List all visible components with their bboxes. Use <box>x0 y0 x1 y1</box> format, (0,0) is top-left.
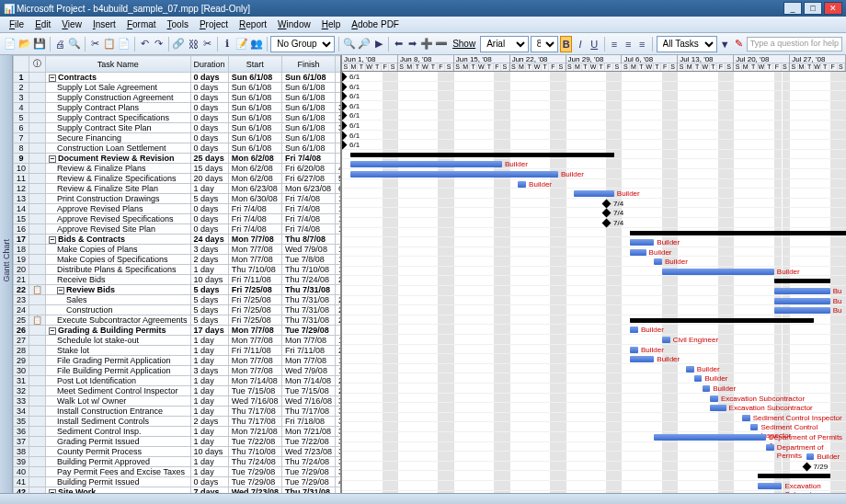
summary-bar[interactable] <box>630 231 846 235</box>
row-id[interactable]: 14 <box>14 204 29 214</box>
gantt-row[interactable]: 6/1 <box>342 101 846 111</box>
task-row[interactable]: 40Pay Permit Fees and Excise Taxes1 dayT… <box>14 467 343 477</box>
task-name-cell[interactable]: Building Permit Issued <box>46 477 191 487</box>
task-row[interactable]: 28Stake lot1 dayFri 7/11/08Fri 7/11/0827… <box>14 346 343 356</box>
zoom-out-icon[interactable]: 🔎 <box>358 36 371 52</box>
duration-cell[interactable]: 5 days <box>190 285 228 295</box>
task-bar[interactable] <box>758 483 782 489</box>
finish-cell[interactable]: Tue 7/15/08 <box>282 386 336 396</box>
menu-window[interactable]: Window <box>272 17 316 31</box>
milestone-icon[interactable] <box>342 73 347 82</box>
task-row[interactable]: 21Receive Bids10 daysFri 7/11/08Thu 7/24… <box>14 275 343 285</box>
col-pred[interactable]: Predecessors <box>335 56 342 73</box>
finish-cell[interactable]: Wed 7/16/08 <box>282 396 336 407</box>
start-cell[interactable]: Tue 7/29/08 <box>228 477 281 487</box>
task-row[interactable]: 30File Building Permit Application3 days… <box>14 366 343 376</box>
gantt-row[interactable] <box>342 150 846 160</box>
row-id[interactable]: 25 <box>14 315 29 326</box>
task-bar[interactable] <box>710 395 718 402</box>
duration-cell[interactable]: 24 days <box>190 235 228 245</box>
duration-cell[interactable]: 0 days <box>190 143 228 154</box>
task-name-cell[interactable]: County Permit Process <box>46 447 191 457</box>
finish-cell[interactable]: Thu 7/24/08 <box>282 457 336 467</box>
expander-icon[interactable]: − <box>49 74 56 82</box>
task-name-cell[interactable]: File Grading Permit Application <box>46 356 191 366</box>
autofilter-icon[interactable]: ▼ <box>719 36 731 52</box>
predecessors-cell[interactable]: 16 <box>335 356 342 366</box>
predecessors-cell[interactable]: 13 <box>335 336 342 346</box>
task-row[interactable]: 15Approve Revised Specifications0 daysFr… <box>14 214 343 224</box>
milestone-icon[interactable] <box>342 131 347 140</box>
predecessors-cell[interactable] <box>335 93 342 103</box>
gantt-row[interactable]: Builder <box>342 247 846 258</box>
close-button[interactable]: ✕ <box>824 2 842 15</box>
start-cell[interactable]: Fri 7/25/08 <box>228 305 281 315</box>
gantt-row[interactable]: Excavation Subcontractor <box>342 403 846 413</box>
task-row[interactable]: 19Make Copies of Specifications2 daysMon… <box>14 255 343 265</box>
start-cell[interactable]: Thu 7/10/08 <box>228 447 281 457</box>
task-name-cell[interactable]: Sediment Control Insp. <box>46 427 191 437</box>
row-id[interactable]: 29 <box>14 356 29 366</box>
expander-icon[interactable]: − <box>49 327 56 335</box>
gantt-row[interactable]: Bu <box>342 305 846 315</box>
row-id[interactable]: 35 <box>14 417 29 427</box>
start-cell[interactable]: Mon 6/2/08 <box>228 174 281 184</box>
gantt-row[interactable]: 6/1 <box>342 131 846 141</box>
duration-cell[interactable]: 0 days <box>190 73 228 83</box>
duration-cell[interactable]: 0 days <box>190 477 228 487</box>
duration-cell[interactable]: 5 days <box>190 295 228 305</box>
start-cell[interactable]: Fri 7/25/08 <box>228 315 281 326</box>
row-id[interactable]: 17 <box>14 235 29 245</box>
task-row[interactable]: 36Sediment Control Insp.1 dayMon 7/21/08… <box>14 427 343 437</box>
predecessors-cell[interactable] <box>335 235 342 245</box>
predecessors-cell[interactable]: 14,15,16 <box>335 366 342 376</box>
menu-view[interactable]: View <box>56 17 87 31</box>
gantt-row[interactable]: 6/1 <box>342 120 846 131</box>
row-id[interactable]: 24 <box>14 305 29 315</box>
menu-edit[interactable]: Edit <box>29 17 56 31</box>
maximize-button[interactable]: □ <box>804 2 822 15</box>
row-id[interactable]: 23 <box>14 295 29 305</box>
start-cell[interactable]: Mon 7/7/08 <box>228 356 281 366</box>
task-name-cell[interactable]: Review & Finalize Specifications <box>46 174 191 184</box>
duration-cell[interactable]: 0 days <box>190 93 228 103</box>
task-row[interactable]: 5Supply Contract Specifications0 daysSun… <box>14 113 343 123</box>
finish-cell[interactable]: Mon 7/7/08 <box>282 336 336 346</box>
predecessors-cell[interactable]: 38,37 <box>335 457 342 467</box>
predecessors-cell[interactable]: 21 <box>335 295 342 305</box>
col-start[interactable]: Start <box>228 56 281 73</box>
task-name-cell[interactable]: Supply Lot Sale Agreement <box>46 83 191 93</box>
start-cell[interactable]: Sun 6/1/08 <box>228 143 281 154</box>
menu-help[interactable]: Help <box>316 17 347 31</box>
start-cell[interactable]: Mon 7/7/08 <box>228 366 281 376</box>
row-id[interactable]: 27 <box>14 336 29 346</box>
gantt-row[interactable]: 6/1 <box>342 91 846 101</box>
task-name-cell[interactable]: Review & Finalize Site Plan <box>46 184 191 194</box>
align-center-icon[interactable]: ≡ <box>623 36 634 52</box>
zoom-in-icon[interactable]: 🔍 <box>343 36 356 52</box>
print-icon[interactable]: 🖨 <box>54 36 66 52</box>
row-id[interactable]: 16 <box>14 224 29 235</box>
task-name-cell[interactable]: Review & Finalize Plans <box>46 164 191 174</box>
gantt-row[interactable]: 7/4 <box>342 208 846 218</box>
start-cell[interactable]: Mon 7/14/08 <box>228 376 281 386</box>
summary-bar[interactable] <box>758 474 829 478</box>
start-cell[interactable]: Mon 7/7/08 <box>228 326 281 336</box>
gantt-row[interactable] <box>342 471 846 481</box>
row-id[interactable]: 1 <box>14 73 29 83</box>
duration-cell[interactable]: 1 day <box>190 336 228 346</box>
task-name-cell[interactable]: Make Copies of Specifications <box>46 255 191 265</box>
duration-cell[interactable]: 1 day <box>190 396 228 407</box>
task-row[interactable]: 7Secure Financing0 daysSun 6/1/08Sun 6/1… <box>14 133 343 143</box>
predecessors-cell[interactable] <box>335 285 342 295</box>
predecessors-cell[interactable] <box>335 326 342 336</box>
task-row[interactable]: 6Supply Contract Site Plan0 daysSun 6/1/… <box>14 123 343 133</box>
row-id[interactable]: 13 <box>14 194 29 204</box>
duration-cell[interactable]: 10 days <box>190 275 228 285</box>
finish-cell[interactable]: Sun 6/1/08 <box>282 113 336 123</box>
cut-icon[interactable]: ✂ <box>89 36 101 52</box>
task-bar[interactable] <box>806 453 815 460</box>
task-row[interactable]: 33Walk Lot w/ Owner1 dayWed 7/16/08Wed 7… <box>14 396 343 407</box>
finish-cell[interactable]: Thu 7/10/08 <box>282 265 336 275</box>
row-id[interactable]: 26 <box>14 326 29 336</box>
